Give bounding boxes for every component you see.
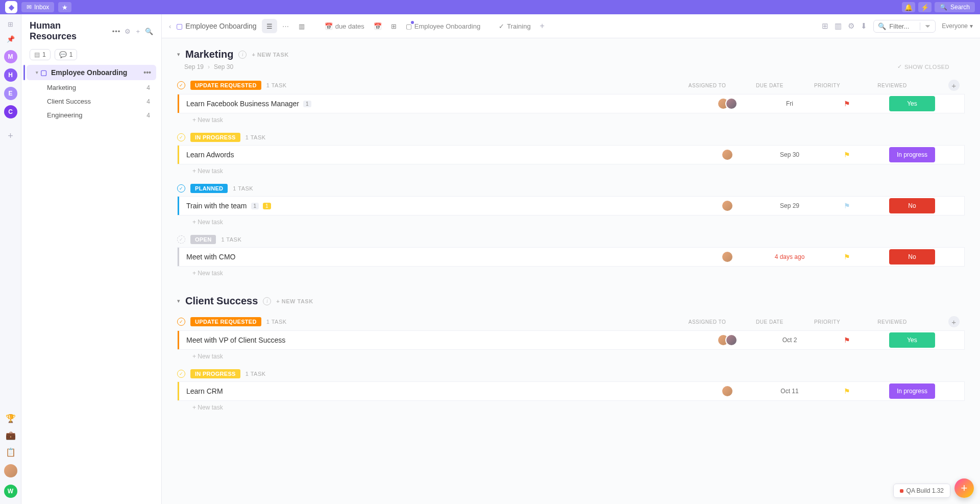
chevron-down-icon[interactable]: ▾	[177, 298, 180, 304]
ellipsis-icon[interactable]: •••	[143, 68, 151, 77]
breadcrumb[interactable]: ▢ Employee Onboarding	[176, 22, 256, 30]
assignee-avatar[interactable]	[721, 251, 733, 263]
view-tab[interactable]: ✓Training	[499, 22, 530, 30]
add-column-button[interactable]: +	[948, 316, 960, 327]
assignee-avatars[interactable]	[717, 334, 738, 346]
column-header-assigned[interactable]: ASSIGNED TO	[688, 319, 726, 325]
reviewed-cell[interactable]: No	[887, 198, 938, 213]
clipboard-icon[interactable]: 📋	[6, 447, 16, 457]
add-workspace-button[interactable]: +	[8, 131, 13, 141]
assignee-avatars[interactable]	[717, 98, 738, 110]
status-toggle-icon[interactable]: ✓	[177, 370, 185, 378]
column-header-reviewed[interactable]: REVIEWED	[867, 83, 918, 88]
task-row[interactable]: Meet with VP of Client Success Oct 2 ⚑ Y…	[177, 330, 965, 350]
priority-cell[interactable]: ⚑	[833, 336, 861, 344]
view-tab[interactable]: 📅due dates	[325, 22, 364, 30]
star-button[interactable]: ★	[58, 2, 71, 12]
assignee-filter-button[interactable]: Everyone ▾	[942, 22, 973, 30]
briefcase-icon[interactable]: 💼	[6, 430, 16, 440]
filter-box[interactable]: 🔍 ⏷	[873, 20, 936, 33]
status-label[interactable]: UPDATE REQUESTED	[190, 317, 261, 326]
assignee-avatar[interactable]	[721, 385, 733, 397]
due-date-cell[interactable]: 4 days ago	[772, 253, 807, 260]
view-tab[interactable]: 📅	[374, 22, 382, 30]
search-button[interactable]: 🔍 Search	[935, 2, 975, 12]
group-name[interactable]: Client Success	[185, 295, 258, 307]
status-toggle-icon[interactable]: ✓	[177, 133, 185, 141]
chat-pill[interactable]: 💬 1	[55, 49, 78, 60]
due-date-cell[interactable]: Oct 11	[772, 388, 807, 395]
status-label[interactable]: PLANNED	[190, 184, 228, 193]
status-label[interactable]: UPDATE REQUESTED	[190, 81, 261, 90]
priority-cell[interactable]: ⚑	[833, 202, 861, 210]
plus-icon[interactable]: +	[136, 28, 140, 35]
qa-build-pill[interactable]: QA Build 1.32	[893, 484, 950, 498]
add-column-button[interactable]: +	[948, 80, 960, 91]
new-task-row[interactable]: + New task	[177, 113, 965, 124]
status-toggle-icon[interactable]: ✓	[177, 318, 185, 326]
reviewed-cell[interactable]: No	[887, 249, 938, 265]
docs-pill[interactable]: ▤ 1	[30, 49, 51, 60]
board-view-button[interactable]: ▥	[294, 19, 309, 33]
reviewed-cell[interactable]: Yes	[887, 332, 938, 348]
quick-action-button[interactable]: ⚡	[918, 2, 932, 12]
reviewed-cell[interactable]: Yes	[887, 96, 938, 111]
info-icon[interactable]: i	[263, 297, 271, 305]
status-label[interactable]: OPEN	[190, 235, 216, 244]
new-task-row[interactable]: + New task	[177, 267, 965, 277]
new-task-row[interactable]: + New task	[177, 215, 965, 226]
priority-cell[interactable]: ⚑	[833, 100, 861, 108]
sidebar-item-employee-onboarding[interactable]: ▾ ▢ Employee Onboarding •••	[27, 65, 156, 80]
settings-icon[interactable]: ⚙	[848, 21, 854, 31]
view-tab[interactable]: ⊞	[391, 22, 397, 30]
assignee-avatar[interactable]	[721, 149, 733, 161]
due-date-cell[interactable]: Oct 2	[772, 337, 807, 344]
column-header-priority[interactable]: PRIORITY	[813, 83, 841, 88]
due-date-cell[interactable]: Sep 29	[772, 202, 807, 209]
space-title[interactable]: Human Resources	[30, 20, 108, 42]
task-row[interactable]: Train with the team11 Sep 29 ⚑ No	[177, 196, 965, 215]
priority-cell[interactable]: ⚑	[833, 387, 861, 395]
search-icon[interactable]: 🔍	[145, 28, 153, 35]
column-header-priority[interactable]: PRIORITY	[813, 319, 841, 325]
status-toggle-icon[interactable]: ✓	[177, 184, 185, 193]
workspace-avatar[interactable]: C	[4, 105, 17, 118]
chevron-down-icon[interactable]: ▾	[177, 51, 180, 58]
create-task-fab[interactable]: +	[954, 478, 974, 498]
task-row[interactable]: Meet with CMO 4 days ago ⚑ No	[177, 247, 965, 267]
sidebar-list-item[interactable]: Client Success4	[23, 94, 159, 108]
group-icon[interactable]: ⊞	[822, 21, 828, 31]
new-task-row[interactable]: + New task	[177, 401, 965, 411]
filter-input[interactable]	[889, 22, 915, 30]
status-label[interactable]: IN PROGRESS	[190, 369, 240, 378]
new-task-button[interactable]: + NEW TASK	[276, 298, 313, 304]
list-view-button[interactable]: ☰	[262, 19, 277, 33]
group-name[interactable]: Marketing	[185, 49, 233, 60]
view-tab[interactable]: ▢Employee Onboarding	[406, 22, 480, 30]
status-toggle-icon[interactable]: ✓	[177, 81, 185, 89]
columns-icon[interactable]: ▥	[835, 21, 842, 31]
column-header-reviewed[interactable]: REVIEWED	[867, 319, 918, 325]
due-date-cell[interactable]: Sep 30	[772, 151, 807, 158]
gear-icon[interactable]: ⚙	[125, 28, 131, 35]
task-row[interactable]: Learn CRM Oct 11 ⚑ In progress	[177, 381, 965, 401]
priority-cell[interactable]: ⚑	[833, 253, 861, 261]
reviewed-cell[interactable]: In progress	[887, 383, 938, 399]
status-label[interactable]: IN PROGRESS	[190, 133, 240, 142]
workspace-avatar[interactable]: M	[4, 50, 17, 63]
column-header-assigned[interactable]: ASSIGNED TO	[688, 83, 726, 88]
back-icon[interactable]: ‹	[169, 22, 171, 30]
view-options-icon[interactable]: ⋯	[282, 22, 289, 30]
priority-cell[interactable]: ⚑	[833, 151, 861, 159]
sidebar-list-item[interactable]: Engineering4	[23, 108, 159, 122]
app-logo[interactable]: ◆	[5, 1, 17, 13]
notifications-button[interactable]: 🔔	[902, 2, 915, 12]
current-user-avatar[interactable]	[4, 464, 17, 477]
apps-icon[interactable]: ⊞	[8, 20, 13, 28]
task-row[interactable]: Learn Adwords Sep 30 ⚑ In progress	[177, 145, 965, 164]
space-menu-icon[interactable]: •••	[112, 28, 121, 35]
status-toggle-icon[interactable]: ✓	[177, 235, 185, 244]
info-icon[interactable]: i	[238, 51, 247, 59]
new-task-row[interactable]: + New task	[177, 164, 965, 175]
workspace-avatar[interactable]: H	[4, 68, 17, 82]
